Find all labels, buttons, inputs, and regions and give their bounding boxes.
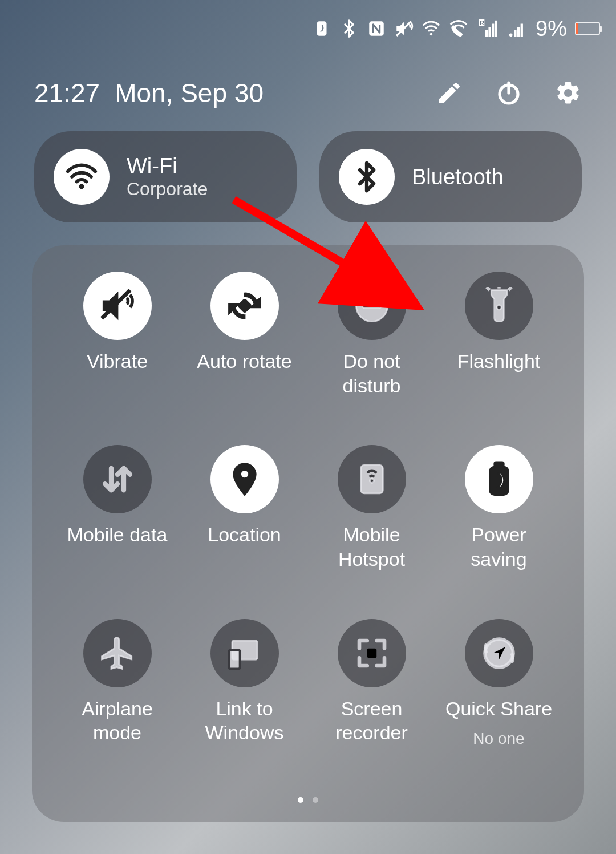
mobile-data-icon (83, 445, 152, 513)
tile-power-saving[interactable]: Power saving (435, 445, 562, 618)
edit-button[interactable] (436, 79, 463, 107)
svg-line-22 (487, 287, 490, 290)
clock-time: 21:27 (34, 78, 100, 108)
tile-label: Mobile Hotspot (315, 523, 429, 571)
page-indicator[interactable] (54, 792, 562, 803)
svg-point-10 (509, 34, 513, 37)
tile-location[interactable]: Location (181, 445, 308, 618)
tile-flashlight[interactable]: Flashlight (435, 272, 562, 445)
svg-rect-7 (488, 27, 491, 37)
tile-vibrate[interactable]: Vibrate (54, 272, 181, 445)
tile-label: Airplane mode (60, 697, 175, 745)
bluetooth-status-icon (339, 19, 359, 38)
quick-settings-panel: Vibrate Auto rotate Do not disturb Flash… (32, 245, 584, 822)
svg-point-16 (79, 184, 84, 189)
svg-rect-28 (494, 462, 504, 467)
svg-rect-30 (229, 650, 240, 669)
tile-label: Link to Windows (188, 697, 302, 745)
tile-grid: Vibrate Auto rotate Do not disturb Flash… (54, 272, 562, 792)
svg-rect-9 (495, 21, 497, 37)
tile-label: Quick Share (445, 697, 552, 721)
data-saver-icon (312, 19, 331, 38)
tile-auto-rotate[interactable]: Auto rotate (181, 272, 308, 445)
svg-rect-11 (514, 30, 516, 37)
status-bar: R 9% (0, 0, 616, 57)
auto-rotate-icon (210, 272, 279, 340)
wifi-subtitle: Corporate (127, 179, 208, 200)
svg-rect-13 (521, 24, 523, 37)
quick-share-icon (465, 619, 533, 687)
wifi-toggle[interactable]: Wi-Fi Corporate (34, 131, 297, 222)
signal-secondary-icon (507, 19, 528, 38)
airplane-icon (83, 619, 152, 687)
page-dot-2 (313, 797, 318, 803)
nfc-icon (367, 19, 386, 38)
tile-label: Screen recorder (315, 697, 429, 745)
wifi-icon (54, 149, 110, 205)
tile-airplane-mode[interactable]: Airplane mode (54, 619, 181, 792)
vibrate-icon (83, 272, 152, 340)
svg-rect-27 (489, 467, 508, 495)
svg-point-21 (496, 305, 501, 310)
tile-mobile-data[interactable]: Mobile data (54, 445, 181, 618)
power-saving-icon (465, 445, 533, 513)
tile-label: Flashlight (457, 349, 541, 374)
hotspot-icon (338, 445, 406, 513)
svg-rect-20 (362, 303, 381, 308)
svg-text:R: R (480, 19, 484, 26)
flashlight-icon (465, 272, 533, 340)
tile-label: Do not disturb (315, 349, 429, 398)
svg-point-3 (430, 33, 433, 36)
wifi-status-icon (422, 19, 441, 38)
tile-mobile-hotspot[interactable]: Mobile Hotspot (308, 445, 435, 618)
connectivity-row: Wi-Fi Corporate Bluetooth (34, 131, 582, 222)
power-button[interactable] (495, 79, 522, 107)
tile-label: Mobile data (67, 523, 168, 547)
tile-label: Auto rotate (197, 349, 291, 374)
tile-screen-recorder[interactable]: Screen recorder (308, 619, 435, 792)
svg-rect-0 (317, 21, 327, 36)
svg-rect-12 (517, 27, 520, 37)
panel-header: 21:27 Mon, Sep 30 (34, 73, 582, 113)
tile-label: Power saving (442, 523, 556, 571)
wifi-title: Wi-Fi (127, 154, 208, 179)
tile-label: Location (208, 523, 281, 547)
tile-sublabel: No one (473, 730, 524, 748)
battery-percent: 9% (536, 17, 567, 41)
svg-rect-8 (492, 24, 494, 37)
mute-vibrate-icon (394, 19, 414, 38)
svg-rect-31 (367, 648, 376, 658)
wifi-calling-icon (449, 19, 468, 38)
location-icon (210, 445, 279, 513)
settings-button[interactable] (554, 79, 582, 107)
bluetooth-toggle[interactable]: Bluetooth (319, 131, 582, 222)
bluetooth-title: Bluetooth (412, 165, 504, 189)
clock-date: Mon, Sep 30 (115, 78, 264, 108)
tile-do-not-disturb[interactable]: Do not disturb (308, 272, 435, 445)
svg-point-26 (370, 479, 374, 483)
tile-quick-share[interactable]: Quick Share No one (435, 619, 562, 792)
signal-roaming-icon: R (476, 19, 499, 38)
tile-label: Vibrate (87, 349, 148, 374)
svg-line-24 (508, 287, 512, 290)
link-to-windows-icon (210, 619, 279, 687)
battery-icon (575, 22, 600, 35)
svg-rect-6 (485, 30, 488, 37)
bluetooth-icon (339, 149, 395, 205)
screen-recorder-icon (338, 619, 406, 687)
tile-link-to-windows[interactable]: Link to Windows (181, 619, 308, 792)
svg-rect-18 (238, 299, 251, 312)
page-dot-1 (298, 797, 303, 803)
dnd-icon (338, 272, 406, 340)
